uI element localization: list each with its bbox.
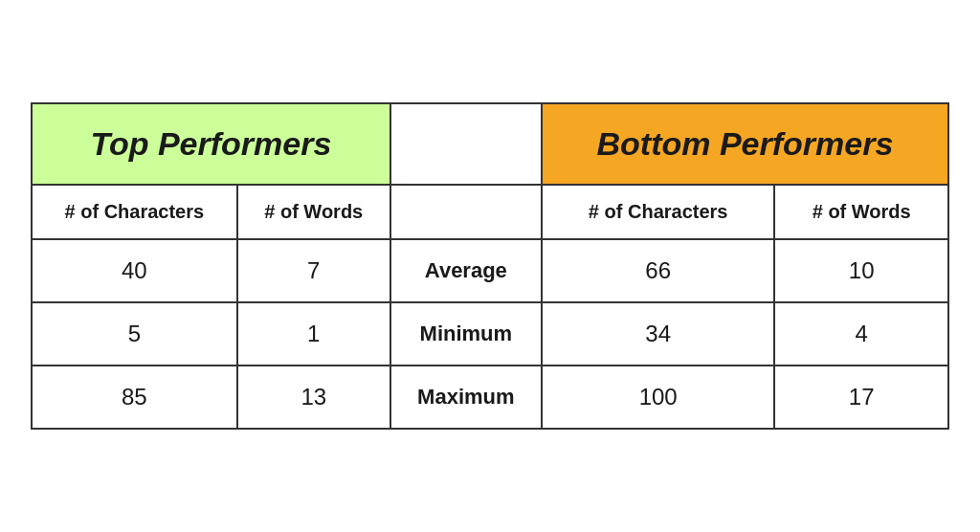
top-words-2: 13 (237, 366, 390, 429)
top-words-1: 1 (237, 302, 390, 366)
table-row: 51Minimum344 (32, 302, 948, 366)
bottom-words-0: 10 (774, 239, 948, 302)
bottom-chars-2: 100 (542, 366, 775, 429)
performers-table: Top Performers Bottom Performers # of Ch… (31, 102, 949, 430)
metric-label-1: Minimum (390, 302, 542, 366)
bottom-words-2: 17 (774, 366, 948, 429)
center-header-empty (390, 103, 542, 185)
bottom-words-1: 4 (774, 302, 948, 366)
table-row: 8513Maximum10017 (32, 366, 948, 429)
top-words-col-header: # of Words (237, 185, 390, 239)
bottom-words-col-header: # of Words (774, 185, 948, 239)
metric-label-2: Maximum (390, 366, 542, 429)
top-words-0: 7 (237, 239, 390, 302)
bottom-chars-1: 34 (542, 302, 775, 366)
top-characters-col-header: # of Characters (32, 185, 237, 239)
main-table-wrapper: Top Performers Bottom Performers # of Ch… (31, 102, 949, 430)
top-chars-1: 5 (32, 302, 237, 366)
top-chars-2: 85 (32, 366, 237, 429)
table-row: 407Average6610 (32, 239, 948, 302)
bottom-chars-0: 66 (542, 239, 775, 302)
top-chars-0: 40 (32, 239, 237, 302)
metric-col-header-empty (390, 185, 542, 239)
top-performers-header: Top Performers (32, 103, 390, 185)
bottom-performers-header: Bottom Performers (542, 103, 948, 185)
bottom-characters-col-header: # of Characters (542, 185, 775, 239)
metric-label-0: Average (390, 239, 542, 302)
